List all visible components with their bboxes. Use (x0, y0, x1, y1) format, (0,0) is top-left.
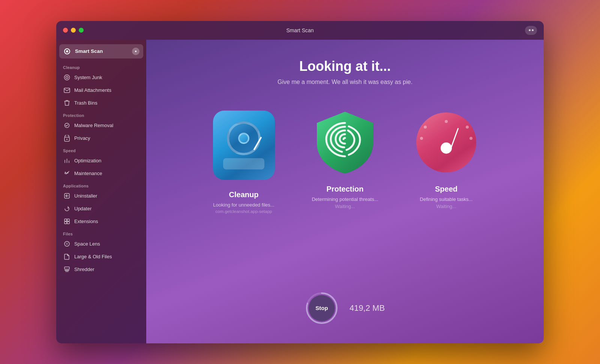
svg-rect-16 (64, 222, 67, 224)
active-item-label: Smart Scan (75, 48, 128, 54)
svg-rect-17 (67, 222, 69, 224)
sidebar: Smart Scan Cleanup System Junk (56, 40, 146, 343)
svg-point-4 (66, 76, 68, 79)
disk-circle (227, 121, 261, 155)
extensions-icon (63, 218, 70, 225)
stop-button[interactable]: Stop (309, 295, 335, 321)
svg-point-3 (64, 75, 69, 80)
app-window: Smart Scan Smart Scan (56, 21, 544, 343)
large-old-files-label: Large & Old Files (74, 254, 112, 259)
files-icon (63, 253, 70, 261)
cleanup-card-status: Looking for unneeded files... (213, 202, 274, 208)
more-options[interactable] (525, 26, 537, 35)
svg-point-19 (66, 243, 68, 245)
sidebar-item-extensions[interactable]: Extensions (56, 215, 146, 228)
svg-point-1 (66, 50, 68, 52)
protection-card-status: Determining potential threats... (312, 196, 378, 202)
active-item-badge (132, 48, 140, 55)
privacy-icon (63, 135, 70, 142)
svg-point-18 (64, 241, 69, 246)
section-files: Files (56, 228, 146, 238)
svg-rect-15 (67, 219, 69, 221)
mail-icon (63, 87, 70, 94)
speed-card-title: Speed (435, 185, 458, 193)
space-lens-label: Space Lens (74, 241, 100, 247)
window-title: Smart Scan (286, 27, 314, 33)
speed-card: Speed Defining suitable tasks... Waiting… (403, 108, 489, 209)
minimize-button[interactable] (71, 28, 76, 33)
space-icon (63, 240, 70, 248)
cleanup-card-file: com.getcleanshot.app-setapp (216, 209, 272, 214)
sidebar-item-maintenance[interactable]: Maintenance (56, 167, 146, 180)
section-speed: Speed (56, 145, 146, 154)
titlebar: Smart Scan (56, 21, 544, 40)
sidebar-item-optimization[interactable]: Optimization (56, 154, 146, 167)
speed-icon-container (416, 108, 477, 177)
shredder-icon (63, 266, 70, 273)
scan-icon (63, 47, 71, 55)
maximize-button[interactable] (79, 28, 84, 33)
svg-rect-20 (64, 267, 69, 269)
malware-removal-label: Malware Removal (74, 123, 113, 128)
system-junk-label: System Junk (74, 75, 102, 80)
cleanup-icon-container (210, 108, 278, 183)
disk-base (223, 158, 264, 169)
speed-card-waiting: Waiting... (436, 204, 456, 209)
sidebar-item-uninstaller[interactable]: Uninstaller (56, 190, 146, 202)
section-applications: Applications (56, 180, 146, 190)
disk-inner (238, 133, 249, 144)
shield-icon (315, 110, 375, 175)
disk-needle (253, 136, 262, 150)
shredder-label: Shredder (74, 267, 94, 272)
maintenance-icon (63, 170, 70, 177)
stop-button-wrap: Stop (305, 292, 338, 325)
sidebar-item-large-old-files[interactable]: Large & Old Files (56, 250, 146, 263)
updater-label: Updater (74, 206, 92, 211)
gauge-circle (416, 112, 476, 172)
protection-card-title: Protection (327, 185, 364, 193)
uninstaller-icon (63, 192, 70, 200)
sidebar-item-shredder[interactable]: Shredder (56, 263, 146, 276)
sidebar-item-privacy[interactable]: Privacy (56, 132, 146, 145)
maintenance-label: Maintenance (74, 171, 102, 176)
section-cleanup: Cleanup (56, 61, 146, 71)
malware-icon (63, 122, 70, 129)
cleanup-card: Cleanup Looking for unneeded files... co… (201, 108, 287, 214)
traffic-lights (63, 28, 84, 33)
close-button[interactable] (63, 28, 68, 33)
sidebar-item-space-lens[interactable]: Space Lens (56, 238, 146, 250)
scan-cards-row: Cleanup Looking for unneeded files... co… (201, 108, 489, 214)
section-protection: Protection (56, 109, 146, 119)
privacy-label: Privacy (74, 135, 90, 141)
svg-rect-5 (64, 88, 70, 93)
svg-point-2 (135, 51, 136, 52)
protection-card: Protection Determining potential threats… (302, 108, 388, 209)
bottom-action-area: Stop 419,2 MB (305, 292, 385, 325)
main-subtitle: Give me a moment. We all wish it was eas… (278, 79, 412, 85)
uninstaller-label: Uninstaller (74, 193, 97, 199)
main-content: Looking at it... Give me a moment. We al… (146, 40, 544, 343)
speed-card-status: Defining suitable tasks... (420, 196, 473, 202)
content-area: Smart Scan Cleanup System Junk (56, 40, 544, 343)
main-title: Looking at it... (299, 58, 391, 74)
svg-point-8 (66, 139, 68, 140)
sidebar-item-malware-removal[interactable]: Malware Removal (56, 119, 146, 132)
sidebar-item-updater[interactable]: Updater (56, 202, 146, 215)
protection-card-waiting: Waiting... (335, 204, 355, 209)
sidebar-item-smart-scan[interactable]: Smart Scan (59, 44, 143, 58)
svg-rect-14 (64, 219, 67, 221)
sidebar-item-trash-bins[interactable]: Trash Bins (56, 97, 146, 109)
sidebar-item-system-junk[interactable]: System Junk (56, 71, 146, 84)
cleanup-card-title: Cleanup (229, 190, 259, 199)
junk-icon (63, 74, 70, 81)
gauge-center-dot (441, 142, 452, 154)
updater-icon (63, 205, 70, 213)
mail-attachments-label: Mail Attachments (74, 87, 111, 93)
extensions-label: Extensions (74, 219, 98, 224)
trash-bins-label: Trash Bins (74, 100, 98, 106)
cleanup-disk-icon (213, 111, 275, 180)
optimization-label: Optimization (74, 158, 101, 163)
sidebar-item-mail-attachments[interactable]: Mail Attachments (56, 84, 146, 97)
optimization-icon (63, 157, 70, 165)
protection-icon-container (314, 108, 376, 177)
